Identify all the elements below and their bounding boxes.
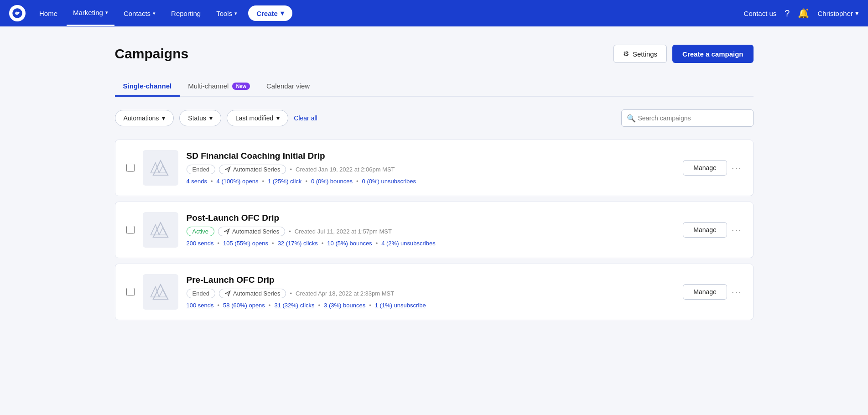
help-button[interactable]: ? bbox=[785, 8, 790, 19]
status-badge-2: Active bbox=[187, 227, 214, 236]
automations-caret-icon: ▾ bbox=[162, 114, 165, 122]
stat-clicks-1[interactable]: 1 (25%) click bbox=[268, 178, 301, 185]
paper-plane-icon-1 bbox=[225, 166, 231, 172]
settings-button[interactable]: ⚙ Settings bbox=[613, 45, 667, 63]
campaign-info-2: Post-Launch OFC Drip Active Automated Se… bbox=[187, 213, 675, 247]
campaign-created-date-2: Created Jul 11, 2022 at 1:57pm MST bbox=[295, 228, 392, 235]
nav-right: Contact us ? 🔔 Christopher ▾ bbox=[744, 8, 859, 19]
stat-clicks-3[interactable]: 31 (32%) clicks bbox=[274, 302, 314, 309]
nav-contacts[interactable]: Contacts ▾ bbox=[117, 1, 162, 26]
marketing-caret-icon: ▾ bbox=[105, 10, 108, 16]
campaign-stats-2: 200 sends • 105 (55%) opens • 32 (17%) c… bbox=[187, 240, 675, 247]
contacts-caret-icon: ▾ bbox=[153, 10, 156, 16]
campaign-list: SD Financial Coaching Initial Drip Ended… bbox=[115, 140, 754, 326]
more-options-button-3[interactable]: ··· bbox=[732, 287, 742, 297]
search-input[interactable] bbox=[621, 109, 754, 127]
search-wrap: 🔍 bbox=[621, 109, 754, 127]
series-badge-2: Automated Series bbox=[218, 227, 285, 236]
campaign-actions-3: Manage ··· bbox=[683, 284, 742, 300]
status-badge-1: Ended bbox=[187, 165, 216, 174]
stat-opens-3[interactable]: 58 (60%) opens bbox=[223, 302, 265, 309]
create-caret-icon: ▾ bbox=[281, 9, 284, 17]
navbar: Home Marketing ▾ Contacts ▾ Reporting To… bbox=[0, 0, 868, 26]
stat-clicks-2[interactable]: 32 (17%) clicks bbox=[278, 240, 318, 247]
more-options-button-1[interactable]: ··· bbox=[732, 163, 742, 173]
automations-filter[interactable]: Automations ▾ bbox=[115, 110, 174, 126]
question-icon: ? bbox=[785, 8, 790, 19]
manage-button-3[interactable]: Manage bbox=[683, 284, 727, 300]
campaign-stats-1: 4 sends • 4 (100%) opens • 1 (25%) click… bbox=[187, 178, 675, 185]
stat-unsubscribes-2[interactable]: 4 (2%) unsubscribes bbox=[381, 240, 436, 247]
stat-bounces-3[interactable]: 3 (3%) bounces bbox=[324, 302, 365, 309]
table-row: SD Financial Coaching Initial Drip Ended… bbox=[115, 140, 754, 196]
stat-sends-1[interactable]: 4 sends bbox=[187, 178, 208, 185]
clear-all-button[interactable]: Clear all bbox=[294, 114, 317, 122]
stat-sends-2[interactable]: 200 sends bbox=[187, 240, 214, 247]
campaign-stats-3: 100 sends • 58 (60%) opens • 31 (32%) cl… bbox=[187, 302, 675, 309]
search-icon: 🔍 bbox=[627, 114, 636, 123]
campaign-thumbnail-2 bbox=[143, 212, 178, 248]
page-header-actions: ⚙ Settings Create a campaign bbox=[613, 45, 754, 63]
tab-multi-channel[interactable]: Multi-channel New bbox=[180, 77, 258, 97]
campaign-meta-1: Ended Automated Series • Created Jan 19,… bbox=[187, 165, 675, 174]
campaign-checkbox-3[interactable] bbox=[126, 288, 135, 296]
campaign-name-2: Post-Launch OFC Drip bbox=[187, 213, 675, 223]
campaign-actions-2: Manage ··· bbox=[683, 222, 742, 238]
campaign-actions-1: Manage ··· bbox=[683, 160, 742, 176]
campaign-name-1: SD Financial Coaching Initial Drip bbox=[187, 151, 675, 161]
campaign-thumbnail-3 bbox=[143, 274, 178, 310]
campaign-checkbox-1[interactable] bbox=[126, 164, 135, 172]
page-header: Campaigns ⚙ Settings Create a campaign bbox=[115, 45, 754, 63]
series-badge-3: Automated Series bbox=[219, 289, 286, 298]
campaign-checkbox-2[interactable] bbox=[126, 226, 135, 234]
tab-single-channel[interactable]: Single-channel bbox=[115, 77, 180, 97]
stat-sends-3[interactable]: 100 sends bbox=[187, 302, 214, 309]
campaign-meta-3: Ended Automated Series • Created Apr 18,… bbox=[187, 289, 675, 298]
stat-bounces-2[interactable]: 10 (5%) bounces bbox=[327, 240, 372, 247]
nav-reporting[interactable]: Reporting bbox=[165, 1, 207, 26]
campaign-thumbnail-1 bbox=[143, 150, 178, 186]
paper-plane-icon-3 bbox=[225, 290, 231, 296]
new-badge: New bbox=[232, 83, 250, 90]
tab-calendar-view[interactable]: Calendar view bbox=[258, 77, 318, 97]
status-caret-icon: ▾ bbox=[209, 114, 213, 122]
contact-us-link[interactable]: Contact us bbox=[744, 10, 777, 17]
stat-opens-2[interactable]: 105 (55%) opens bbox=[223, 240, 268, 247]
svg-point-1 bbox=[18, 12, 20, 14]
campaign-created-date-1: Created Jan 19, 2022 at 2:06pm MST bbox=[296, 166, 395, 173]
table-row: Pre-Launch OFC Drip Ended Automated Seri… bbox=[115, 264, 754, 320]
more-options-button-2[interactable]: ··· bbox=[732, 225, 742, 235]
campaign-created-1: • bbox=[290, 166, 292, 173]
create-campaign-button[interactable]: Create a campaign bbox=[672, 45, 753, 63]
tabs: Single-channel Multi-channel New Calenda… bbox=[115, 77, 754, 97]
nav-marketing[interactable]: Marketing ▾ bbox=[67, 0, 114, 26]
manage-button-1[interactable]: Manage bbox=[683, 160, 727, 176]
campaign-created-3: • bbox=[290, 290, 292, 297]
stat-opens-1[interactable]: 4 (100%) opens bbox=[217, 178, 259, 185]
campaign-info-1: SD Financial Coaching Initial Drip Ended… bbox=[187, 151, 675, 185]
series-badge-1: Automated Series bbox=[219, 165, 286, 174]
nav-create-button[interactable]: Create ▾ bbox=[248, 5, 292, 21]
notifications-button[interactable]: 🔔 bbox=[798, 8, 809, 19]
campaign-info-3: Pre-Launch OFC Drip Ended Automated Seri… bbox=[187, 275, 675, 309]
manage-button-2[interactable]: Manage bbox=[683, 222, 727, 238]
nav-tools[interactable]: Tools ▾ bbox=[210, 1, 244, 26]
campaign-name-3: Pre-Launch OFC Drip bbox=[187, 275, 675, 285]
paper-plane-icon-2 bbox=[224, 228, 230, 234]
last-modified-caret-icon: ▾ bbox=[276, 114, 280, 122]
campaign-meta-2: Active Automated Series • Created Jul 11… bbox=[187, 227, 675, 236]
main-content: Campaigns ⚙ Settings Create a campaign S… bbox=[88, 26, 781, 344]
nav-home[interactable]: Home bbox=[33, 1, 64, 26]
table-row: Post-Launch OFC Drip Active Automated Se… bbox=[115, 202, 754, 258]
user-caret-icon: ▾ bbox=[855, 9, 859, 17]
status-filter[interactable]: Status ▾ bbox=[179, 110, 221, 126]
last-modified-filter[interactable]: Last modified ▾ bbox=[227, 110, 288, 126]
tools-caret-icon: ▾ bbox=[234, 10, 237, 16]
app-logo[interactable] bbox=[9, 5, 26, 21]
stat-unsubscribes-1[interactable]: 0 (0%) unsubscribes bbox=[362, 178, 416, 185]
user-menu[interactable]: Christopher ▾ bbox=[817, 9, 859, 17]
stat-bounces-1[interactable]: 0 (0%) bounces bbox=[311, 178, 353, 185]
page-title: Campaigns bbox=[115, 46, 189, 62]
campaign-created-date-3: Created Apr 18, 2022 at 2:33pm MST bbox=[296, 290, 394, 297]
stat-unsubscribes-3[interactable]: 1 (1%) unsubscribe bbox=[375, 302, 426, 309]
